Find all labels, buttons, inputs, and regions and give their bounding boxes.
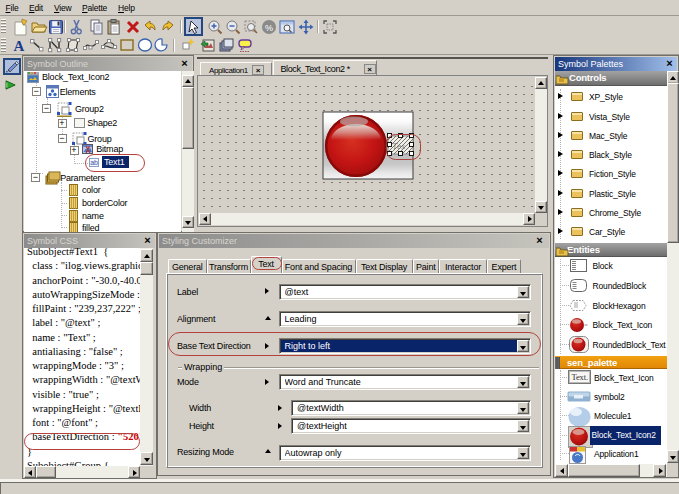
svg-text:%: %: [265, 23, 273, 33]
svg-text:A: A: [14, 38, 25, 54]
svg-text:Text.: Text.: [572, 372, 588, 382]
